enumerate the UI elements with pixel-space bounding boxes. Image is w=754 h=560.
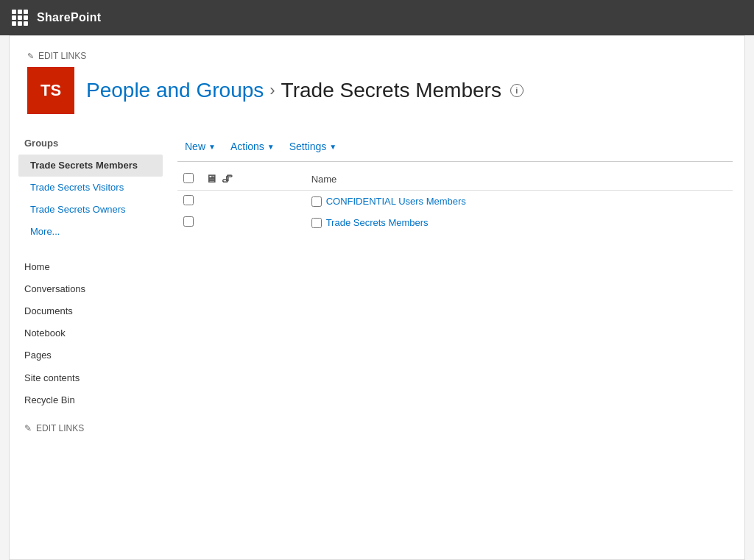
content-area: Groups Trade Secrets Members Trade Secre… [10,126,744,439]
sidebar-item-trade-secrets-owners[interactable]: Trade Secrets Owners [18,199,163,221]
sidebar-item-home[interactable]: Home [18,256,163,278]
sidebar-item-pages[interactable]: Pages [18,344,163,366]
page-wrapper: ✎ EDIT LINKS TS People and Groups › Trad… [9,35,745,560]
sidebar-nav-section: Home Conversations Documents Notebook Pa… [18,256,163,411]
table-header-row: 🖥 🖇 Name [177,168,733,191]
th-check [177,168,200,191]
site-logo: TS [27,67,74,114]
site-title: People and Groups › Trade Secrets Member… [86,79,524,102]
topbar: SharePoint [0,0,754,35]
row2-name-cell: Trade Secrets Members [306,212,733,233]
edit-links-top-label: EDIT LINKS [38,51,86,61]
sidebar-more[interactable]: More... [18,221,163,241]
breadcrumb-parent[interactable]: People and Groups [86,79,264,102]
breadcrumb-current: Trade Secrets Members [281,79,501,102]
site-logo-text: TS [40,81,61,100]
row2-check-cell [177,212,200,233]
toolbar: New ▼ Actions ▼ Settings ▼ [177,138,733,162]
actions-dropdown-arrow: ▼ [267,143,275,151]
edit-links-bottom[interactable]: ✎ EDIT LINKS [18,411,163,439]
sidebar-item-documents[interactable]: Documents [18,300,163,322]
table-row: Trade Secrets Members [177,212,733,233]
sidebar-item-site-contents[interactable]: Site contents [18,367,163,389]
edit-links-bottom-label: EDIT LINKS [36,423,84,433]
table-icon-attach: 🖇 [222,172,235,185]
settings-dropdown-arrow: ▼ [329,143,337,151]
pencil-bottom-icon: ✎ [24,423,32,433]
new-label: New [185,141,205,152]
header-name-label: Name [311,174,337,185]
sidebar-item-trade-secrets-visitors[interactable]: Trade Secrets Visitors [18,177,163,199]
new-dropdown-arrow: ▼ [208,143,216,151]
row2-checkbox[interactable] [183,216,194,227]
brand-label: SharePoint [37,11,101,24]
th-name: Name [306,168,733,191]
settings-label: Settings [289,141,327,152]
sidebar-item-trade-secrets-members[interactable]: Trade Secrets Members [18,155,163,177]
row1-icons-cell [200,191,306,213]
row2-icons-cell [200,212,306,233]
row1-name-link[interactable]: CONFIDENTIAL Users Members [326,196,466,207]
site-header: ✎ EDIT LINKS TS People and Groups › Trad… [10,36,744,126]
table-row: CONFIDENTIAL Users Members [177,191,733,213]
site-title-row: TS People and Groups › Trade Secrets Mem… [27,67,727,114]
groups-label: Groups [18,138,163,149]
row1-check-cell [177,191,200,213]
items-table: 🖥 🖇 Name [177,168,733,233]
sidebar: Groups Trade Secrets Members Trade Secre… [10,138,172,439]
sidebar-item-recycle-bin[interactable]: Recycle Bin [18,389,163,411]
sidebar-item-notebook[interactable]: Notebook [18,322,163,344]
row1-name-cell: CONFIDENTIAL Users Members [306,191,733,213]
new-button[interactable]: New ▼ [177,138,223,155]
select-all-checkbox[interactable] [183,173,194,183]
table-icon-presence: 🖥 [205,172,219,185]
waffle-icon[interactable] [12,10,28,26]
th-icons: 🖥 🖇 [200,168,306,191]
actions-button[interactable]: Actions ▼ [223,138,282,155]
breadcrumb-separator: › [269,81,275,100]
edit-links-top[interactable]: ✎ EDIT LINKS [27,51,727,61]
info-icon[interactable]: i [510,84,524,97]
settings-button[interactable]: Settings ▼ [282,138,345,155]
pencil-icon: ✎ [27,52,34,61]
row2-name-checkbox[interactable] [311,218,322,228]
actions-label: Actions [230,141,264,152]
main-content: New ▼ Actions ▼ Settings ▼ [172,138,744,439]
row1-checkbox[interactable] [183,195,194,205]
row2-name-link[interactable]: Trade Secrets Members [326,217,429,228]
sidebar-item-conversations[interactable]: Conversations [18,278,163,300]
row1-name-checkbox[interactable] [311,196,322,207]
